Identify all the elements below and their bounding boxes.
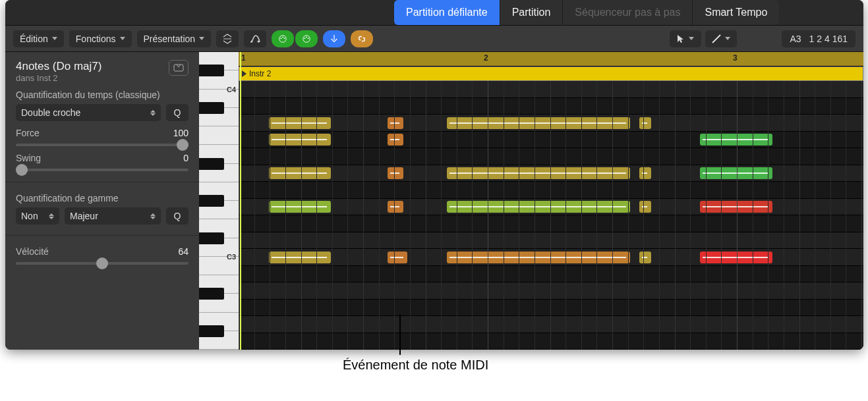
scale-enable-value: Non bbox=[21, 211, 38, 221]
inbox-icon bbox=[173, 64, 184, 72]
pointer-tool[interactable] bbox=[670, 30, 701, 47]
collapse-button[interactable] bbox=[216, 30, 239, 47]
tab-smart-tempo[interactable]: Smart Tempo bbox=[693, 0, 779, 25]
scale-type-value: Majeur bbox=[70, 211, 98, 221]
edit-menu[interactable]: Édition bbox=[13, 30, 64, 47]
region-header-bar[interactable]: Instr 2 bbox=[239, 67, 863, 81]
svg-point-9 bbox=[306, 36, 307, 38]
midi-note[interactable] bbox=[639, 252, 651, 263]
catch-icon bbox=[330, 34, 339, 44]
quantize-apply-button[interactable]: Q bbox=[166, 104, 188, 121]
midi-note[interactable] bbox=[388, 201, 403, 213]
tab-score[interactable]: Partition bbox=[500, 0, 563, 25]
toolbar: Édition Fonctions Présentation bbox=[5, 25, 863, 52]
svg-point-5 bbox=[282, 36, 283, 38]
svg-point-10 bbox=[308, 38, 309, 39]
black-key[interactable] bbox=[199, 288, 224, 300]
swing-label: Swing bbox=[16, 153, 41, 163]
strength-value: 100 bbox=[173, 128, 188, 138]
editor-tabs: Partition défilante Partition Séquenceur… bbox=[5, 0, 863, 25]
playhead[interactable] bbox=[240, 52, 241, 350]
piano-roll-editor: Partition défilante Partition Séquenceur… bbox=[5, 0, 863, 350]
swing-value: 0 bbox=[183, 153, 188, 163]
info-position: 1 2 4 161 bbox=[809, 34, 848, 44]
automation-curve-icon bbox=[250, 34, 260, 44]
key-label-c3: C3 bbox=[227, 253, 236, 348]
link-icon bbox=[357, 34, 366, 44]
black-key[interactable] bbox=[199, 325, 224, 337]
midi-note[interactable] bbox=[447, 167, 630, 179]
slider-thumb[interactable] bbox=[177, 139, 188, 151]
midi-note[interactable] bbox=[447, 201, 630, 213]
quantize-value: Double croche bbox=[21, 107, 80, 118]
info-pitch: A3 bbox=[790, 34, 801, 44]
black-key[interactable] bbox=[199, 158, 224, 170]
midi-note[interactable] bbox=[639, 167, 651, 179]
chevron-down-icon bbox=[52, 37, 57, 40]
black-key[interactable] bbox=[199, 65, 224, 76]
pencil-tool[interactable] bbox=[705, 30, 737, 47]
velocity-slider[interactable] bbox=[16, 262, 188, 265]
region-title: 4notes (Do maj7) bbox=[16, 60, 101, 73]
midi-note[interactable] bbox=[388, 134, 403, 146]
slider-thumb[interactable] bbox=[96, 257, 108, 269]
svg-point-2 bbox=[258, 40, 260, 42]
slider-thumb[interactable] bbox=[16, 164, 28, 176]
midi-note[interactable] bbox=[269, 117, 331, 129]
black-key[interactable] bbox=[199, 232, 224, 244]
scale-type-select[interactable]: Majeur bbox=[65, 207, 161, 225]
annotation-label: Événement de note MIDI bbox=[343, 358, 488, 373]
midi-note[interactable] bbox=[447, 117, 630, 129]
black-key[interactable] bbox=[199, 102, 224, 114]
view-menu[interactable]: Présentation bbox=[137, 30, 212, 47]
midi-note[interactable] bbox=[700, 134, 772, 146]
quantize-label: Quantification du temps (classique) bbox=[16, 90, 188, 100]
strength-label: Force bbox=[16, 128, 40, 138]
swing-slider[interactable] bbox=[16, 169, 188, 171]
midi-note[interactable] bbox=[639, 117, 651, 129]
tab-piano-roll[interactable]: Partition défilante bbox=[394, 0, 500, 25]
midi-in-b-button[interactable] bbox=[295, 30, 318, 47]
automation-button[interactable] bbox=[244, 30, 266, 47]
strength-slider[interactable] bbox=[16, 144, 188, 146]
black-key[interactable] bbox=[199, 195, 224, 207]
bar-marker-2: 2 bbox=[484, 53, 488, 63]
functions-menu[interactable]: Fonctions bbox=[69, 30, 132, 47]
annotation: Événement de note MIDI bbox=[5, 352, 863, 392]
midi-note[interactable] bbox=[388, 167, 403, 179]
quantize-select[interactable]: Double croche bbox=[16, 104, 161, 121]
note-grid[interactable]: 1 2 3 Instr 2 bbox=[239, 52, 863, 350]
midi-note[interactable] bbox=[269, 201, 331, 213]
timeline-ruler[interactable]: 1 2 3 bbox=[239, 52, 863, 67]
midi-in-a-button[interactable] bbox=[272, 30, 294, 47]
midi-note[interactable] bbox=[269, 134, 331, 146]
midi-note[interactable] bbox=[269, 167, 331, 179]
svg-line-12 bbox=[712, 35, 720, 43]
link-button[interactable] bbox=[351, 30, 373, 47]
scale-quantize-label: Quantification de gamme bbox=[16, 193, 188, 203]
region-inbox-button[interactable] bbox=[169, 60, 188, 76]
midi-note[interactable] bbox=[700, 252, 772, 263]
midi-note[interactable] bbox=[388, 252, 407, 263]
scale-enable-select[interactable]: Non bbox=[16, 207, 59, 225]
svg-rect-13 bbox=[174, 65, 183, 71]
midi-note[interactable] bbox=[388, 117, 403, 129]
play-triangle-icon bbox=[242, 70, 246, 77]
midi-note[interactable] bbox=[639, 201, 651, 213]
midi-note[interactable] bbox=[700, 167, 772, 179]
main-area: 4notes (Do maj7) dans Inst 2 Quantificat… bbox=[5, 52, 863, 350]
stepper-icon bbox=[150, 110, 156, 116]
catch-playhead-button[interactable] bbox=[323, 30, 345, 47]
svg-point-7 bbox=[303, 35, 310, 42]
midi-note[interactable] bbox=[447, 252, 630, 263]
stepper-icon bbox=[150, 213, 156, 219]
functions-menu-label: Fonctions bbox=[76, 34, 116, 44]
collapse-icon bbox=[222, 34, 233, 44]
piano-keyboard[interactable]: C4C3 bbox=[199, 52, 239, 350]
scale-quantize-apply-button[interactable]: Q bbox=[166, 207, 188, 225]
velocity-value: 64 bbox=[178, 246, 188, 257]
bar-marker-3: 3 bbox=[733, 53, 738, 63]
midi-note[interactable] bbox=[269, 252, 331, 263]
midi-note[interactable] bbox=[700, 201, 772, 213]
svg-point-1 bbox=[251, 40, 253, 42]
